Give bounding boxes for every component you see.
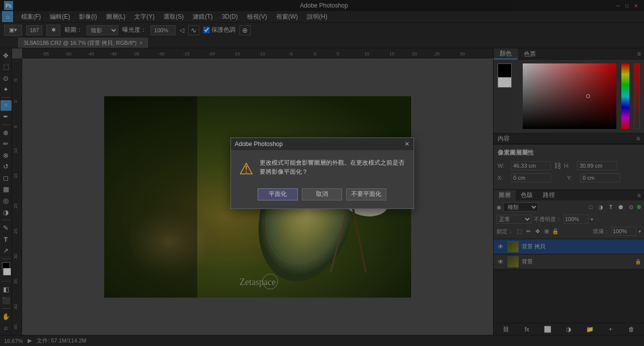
dialog-overlay: Adobe Photoshop ✕ ⚠ 更改模式可能會影響圖層的外觀。在更改模式… [0, 0, 644, 346]
flatten-button[interactable]: 平面化 [258, 188, 298, 200]
dialog-close-button[interactable]: ✕ [405, 141, 410, 148]
dialog-titlebar: Adobe Photoshop ✕ [231, 138, 414, 150]
dialog-warning-icon: ⚠ [239, 159, 254, 178]
dialog-message: 更改模式可能會影響圖層的外觀。在更改模式之前是否要將影像平面化？ [260, 158, 406, 176]
no-flatten-button[interactable]: 不要平面化 [346, 188, 386, 200]
dialog-buttons: 平面化 取消 不要平面化 [239, 188, 406, 200]
dialog: Adobe Photoshop ✕ ⚠ 更改模式可能會影響圖層的外觀。在更改模式… [230, 137, 414, 209]
dialog-title: Adobe Photoshop [235, 141, 283, 148]
cancel-button[interactable]: 取消 [302, 188, 342, 200]
dialog-body: ⚠ 更改模式可能會影響圖層的外觀。在更改模式之前是否要將影像平面化？ 平面化 取… [231, 150, 414, 209]
dialog-content: ⚠ 更改模式可能會影響圖層的外觀。在更改模式之前是否要將影像平面化？ [239, 158, 406, 178]
